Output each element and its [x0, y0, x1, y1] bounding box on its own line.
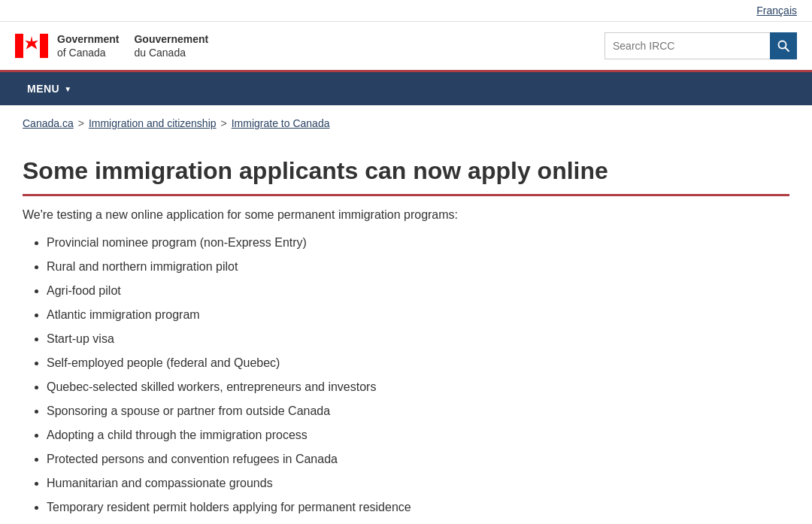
list-item: Provincial nominee program (non-Express … — [47, 234, 789, 252]
page-title: Some immigration applicants can now appl… — [23, 156, 789, 196]
list-item: Quebec-selected skilled workers, entrepr… — [47, 378, 789, 396]
breadcrumb-separator-1: > — [78, 117, 84, 129]
breadcrumb-separator-2: > — [221, 117, 227, 129]
search-icon — [777, 40, 789, 52]
list-item: Humanitarian and compassionate grounds — [47, 474, 789, 492]
list-item: Atlantic immigration program — [47, 306, 789, 324]
svg-line-5 — [786, 48, 789, 52]
list-item: Rural and northern immigration pilot — [47, 258, 789, 276]
breadcrumb-item-immigrate[interactable]: Immigrate to Canada — [232, 117, 330, 129]
chevron-down-icon: ▼ — [64, 85, 71, 93]
breadcrumb-item-canada[interactable]: Canada.ca — [23, 117, 74, 129]
logo-text: Government of Canada Gouvernement du Can… — [57, 32, 208, 59]
logo-area: Government of Canada Gouvernement du Can… — [15, 29, 208, 62]
program-list: Provincial nominee program (non-Express … — [23, 234, 789, 516]
list-item: Temporary resident permit holders applyi… — [47, 498, 789, 516]
gov-canada-fr: Gouvernement du Canada — [134, 32, 208, 59]
search-area — [604, 32, 797, 59]
breadcrumb-item-immigration[interactable]: Immigration and citizenship — [89, 117, 217, 129]
search-button[interactable] — [770, 32, 797, 59]
language-toggle[interactable]: Français — [756, 5, 797, 17]
site-header: Government of Canada Gouvernement du Can… — [0, 22, 812, 72]
list-item: Adopting a child through the immigration… — [47, 426, 789, 444]
intro-text: We're testing a new online application f… — [23, 208, 789, 222]
menu-button[interactable]: MENU ▼ — [15, 72, 84, 105]
gov-canada-en: Government of Canada — [57, 32, 119, 59]
search-input[interactable] — [604, 32, 770, 59]
top-bar: Français — [0, 0, 812, 22]
list-item: Sponsoring a spouse or partner from outs… — [47, 402, 789, 420]
main-nav: MENU ▼ — [0, 72, 812, 105]
svg-rect-0 — [15, 34, 23, 58]
list-item: Agri-food pilot — [47, 282, 789, 300]
list-item: Start-up visa — [47, 330, 789, 348]
list-item: Self-employed people (federal and Quebec… — [47, 354, 789, 372]
breadcrumb-section: Canada.ca > Immigration and citizenship … — [8, 105, 804, 141]
breadcrumb: Canada.ca > Immigration and citizenship … — [23, 117, 789, 129]
main-content: Some immigration applicants can now appl… — [8, 141, 804, 524]
list-item: Protected persons and convention refugee… — [47, 450, 789, 468]
canada-flag-icon — [15, 29, 48, 62]
svg-rect-1 — [40, 34, 48, 58]
